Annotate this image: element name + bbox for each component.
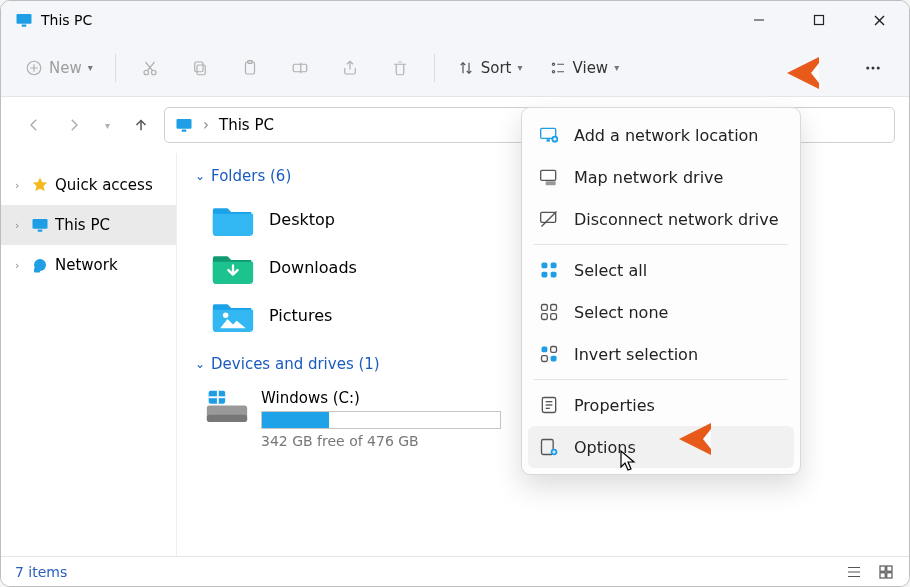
sort-label: Sort [481,59,512,77]
maximize-button[interactable] [789,1,849,39]
chevron-right-icon: › [203,116,209,134]
more-button[interactable] [851,50,895,86]
chevron-down-icon: ▾ [88,62,93,73]
svg-rect-26 [177,119,192,129]
folder-label: Pictures [269,306,332,325]
svg-rect-63 [551,356,557,362]
menu-separator [534,379,788,380]
select-all-icon [538,260,560,280]
rename-icon [291,59,309,77]
menu-label: Select none [574,303,668,322]
share-button[interactable] [328,50,372,86]
svg-point-9 [144,70,149,75]
more-menu: Add a network location Map network drive… [521,107,801,475]
svg-rect-59 [551,314,557,320]
menu-properties[interactable]: Properties [528,384,794,426]
sort-button[interactable]: Sort ▾ [447,50,533,86]
plus-circle-icon [25,59,43,77]
close-button[interactable] [849,1,909,39]
svg-rect-41 [880,566,885,571]
rename-button[interactable] [278,50,322,86]
toolbar: New ▾ [1,39,909,97]
svg-rect-31 [34,268,40,273]
details-view-button[interactable] [845,563,863,581]
new-button[interactable]: New ▾ [15,50,103,86]
cut-button[interactable] [128,50,172,86]
back-button[interactable] [25,116,43,134]
svg-rect-46 [547,139,550,142]
menu-add-network-location[interactable]: Add a network location [528,114,794,156]
svg-rect-28 [33,219,48,229]
nav-label: This PC [55,216,110,234]
menu-map-network-drive[interactable]: Map network drive [528,156,794,198]
folder-icon [211,249,255,285]
svg-point-32 [223,313,228,318]
svg-rect-56 [542,305,548,311]
expander-icon[interactable]: › [15,259,25,272]
svg-point-25 [877,66,880,69]
chevron-down-icon: ▾ [518,62,523,73]
breadcrumb-location[interactable]: This PC [219,116,274,134]
svg-rect-53 [551,263,557,269]
paste-button[interactable] [228,50,272,86]
forward-button[interactable] [65,116,83,134]
item-count: 7 items [15,564,67,580]
nav-item-quick-access[interactable]: › Quick access [1,165,176,205]
svg-rect-34 [207,415,247,422]
menu-disconnect-network-drive[interactable]: Disconnect network drive [528,198,794,240]
callout-arrow-icon [673,419,713,459]
invert-selection-icon [538,344,560,364]
separator [115,54,116,82]
svg-rect-55 [551,272,557,278]
cursor-icon [619,449,637,475]
menu-invert-selection[interactable]: Invert selection [528,333,794,375]
copy-button[interactable] [178,50,222,86]
monitor-icon [15,11,33,29]
nav-item-this-pc[interactable]: › This PC [1,205,176,245]
expander-icon[interactable]: › [15,179,25,192]
up-button[interactable] [132,116,150,134]
svg-rect-42 [887,566,892,571]
menu-options[interactable]: Options [528,426,794,468]
navigation-pane: › Quick access › This PC › Network [1,153,177,556]
tiles-view-button[interactable] [877,563,895,581]
history-dropdown[interactable]: ▾ [105,120,110,131]
menu-label: Select all [574,261,647,280]
copy-icon [191,59,209,77]
network-icon [31,256,49,274]
window-controls [729,1,909,39]
properties-icon [538,395,560,415]
svg-rect-57 [551,305,557,311]
titlebar: This PC [1,1,909,39]
monitor-icon [175,116,193,134]
menu-label: Disconnect network drive [574,210,779,229]
callout-arrow-icon [781,53,821,93]
menu-separator [534,244,788,245]
window-title: This PC [41,12,92,28]
view-button[interactable]: View ▾ [539,50,630,86]
svg-rect-62 [542,356,548,362]
expander-icon[interactable]: › [15,219,25,232]
svg-rect-1 [22,25,27,27]
minimize-button[interactable] [729,1,789,39]
nav-item-network[interactable]: › Network [1,245,176,285]
menu-select-all[interactable]: Select all [528,249,794,291]
svg-rect-13 [197,65,205,75]
delete-button[interactable] [378,50,422,86]
star-icon [31,176,49,194]
chevron-down-icon: ⌄ [195,357,205,371]
svg-rect-43 [880,572,885,577]
share-icon [341,59,359,77]
svg-rect-52 [542,263,548,269]
new-label: New [49,59,82,77]
menu-label: Invert selection [574,345,698,364]
svg-rect-3 [815,16,824,25]
folder-label: Downloads [269,258,357,277]
menu-select-none[interactable]: Select none [528,291,794,333]
svg-rect-54 [542,272,548,278]
svg-rect-17 [293,64,307,72]
menu-label: Map network drive [574,168,723,187]
sort-icon [457,59,475,77]
folder-icon [211,297,255,333]
svg-rect-61 [551,347,557,353]
